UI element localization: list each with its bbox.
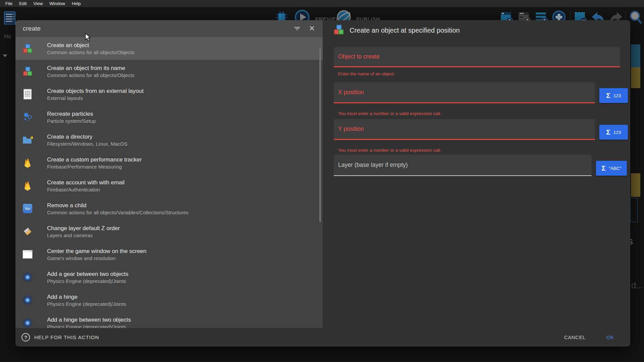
objects-cubes-icon	[333, 24, 344, 36]
variable-badge-icon: Var	[22, 203, 34, 215]
item-title: Create objects from an external layout	[47, 87, 144, 95]
item-subtitle: Physics Engine (deprecated)/Joints	[47, 278, 128, 285]
menu-view[interactable]: View	[30, 0, 46, 7]
item-title: Create a custom performance tracker	[47, 156, 142, 164]
help-icon: ?	[22, 333, 30, 341]
list-item-add-gear[interactable]: Add a gear between two objectsPhysics En…	[15, 266, 323, 289]
list-scrollbar[interactable]	[319, 47, 321, 222]
action-search-panel: ✕ Create an objectCommon actions for all…	[15, 20, 323, 347]
x-position-label: X position	[338, 89, 364, 96]
folder-star-icon: ★	[22, 134, 34, 146]
help-button[interactable]: ? HELP FOR THIS ACTION	[22, 333, 99, 341]
layer-z-order-icon	[22, 225, 34, 238]
sigma-icon: Σ	[606, 128, 610, 136]
y-position-field[interactable]: Y position	[334, 119, 595, 140]
expression-button-label: "ABC"	[609, 166, 621, 171]
dialog-footer: ? HELP FOR THIS ACTION CANCEL OK	[15, 328, 630, 347]
search-toolbar-icon[interactable]	[628, 10, 643, 25]
item-subtitle: Particle system/Setup	[47, 118, 96, 124]
close-icon[interactable]: ✕	[306, 23, 318, 35]
expression-button-label: 123	[613, 93, 621, 98]
search-input[interactable]	[15, 25, 291, 32]
y-expression-button[interactable]: Σ 123	[599, 125, 628, 140]
list-item-create-from-external-layout[interactable]: Create objects from an external layoutEx…	[15, 83, 323, 106]
item-subtitle: Filesystem/Windows, Linux, MacOS	[47, 141, 127, 147]
svg-text:★: ★	[30, 135, 33, 140]
item-title: Create a directory	[47, 133, 127, 141]
list-item-create-object-from-name[interactable]: Create an object from its nameCommon act…	[15, 60, 323, 83]
layer-expression-button[interactable]: Σ "ABC"	[596, 161, 627, 176]
list-item-change-layer-z-order[interactable]: Change layer default Z orderLayers and c…	[15, 220, 323, 243]
list-item-recreate-particles[interactable]: Recreate particlesParticle system/Setup	[15, 106, 323, 129]
list-item-create-account-email[interactable]: Create account with with emailFirebase/A…	[15, 174, 323, 197]
home-tab-fragment: Ho	[4, 34, 11, 40]
physics-joint-icon	[22, 271, 34, 283]
item-title: Remove a child	[47, 202, 189, 209]
object-to-create-label: Object to create	[338, 53, 380, 60]
action-result-list: Create an objectCommon actions for all o…	[15, 37, 323, 328]
help-button-label: HELP FOR THIS ACTION	[34, 334, 99, 340]
object-to-create-field[interactable]: Object to create	[334, 47, 620, 67]
bg-teal-strip	[631, 44, 640, 67]
item-title: Create account with with email	[47, 179, 125, 186]
x-field-error: You must enter a number or a valid expre…	[338, 111, 441, 116]
objects-cubes-icon	[22, 65, 34, 77]
list-item-remove-a-child[interactable]: Var Remove a childCommon actions for all…	[15, 197, 323, 220]
object-field-hint: Enter the name of an object.	[338, 71, 395, 76]
menubar: File Edit View Window Help	[0, 0, 644, 7]
firebase-icon	[22, 180, 34, 192]
cancel-button[interactable]: CANCEL	[564, 334, 586, 340]
search-bar: ✕	[15, 20, 323, 37]
item-subtitle: Common actions for all objects/Variables…	[47, 209, 189, 216]
action-config-panel: Create an object at specified position O…	[323, 20, 630, 347]
bg-olive-strip	[631, 173, 640, 197]
expression-button-label: 123	[613, 130, 621, 135]
list-item-create-an-object[interactable]: Create an objectCommon actions for all o…	[15, 37, 323, 60]
menu-help[interactable]: Help	[69, 0, 84, 7]
item-title: Center the game window on the screen	[47, 247, 147, 255]
item-subtitle: Firebase/Authentication	[47, 186, 125, 193]
item-subtitle: Common actions for all objects/Objects	[47, 49, 134, 56]
ok-button[interactable]: OK	[606, 334, 614, 340]
list-item-create-directory[interactable]: ★ Create a directoryFilesystem/Windows, …	[15, 129, 323, 151]
game-window-icon	[22, 248, 34, 260]
particles-icon	[22, 111, 34, 123]
layer-field[interactable]: Layer (base layer if empty)	[334, 155, 592, 176]
project-manager-icon[interactable]	[2, 10, 17, 25]
objects-cubes-icon	[22, 42, 34, 55]
y-position-label: Y position	[338, 125, 364, 133]
list-item-add-hinge[interactable]: Add a hingePhysics Engine (deprecated)/J…	[15, 289, 323, 312]
mouse-cursor	[85, 33, 92, 43]
item-subtitle: Layers and cameras	[47, 232, 120, 239]
item-title: Create an object from its name	[47, 64, 134, 72]
item-subtitle: Common actions for all objects/Objects	[47, 72, 134, 79]
list-item-center-game-window[interactable]: Center the game window on the screenGame…	[15, 243, 323, 266]
filter-icon[interactable]	[291, 23, 303, 35]
item-subtitle: External layouts	[47, 95, 144, 102]
bg-selection-outline	[630, 198, 638, 222]
app-window: File Edit View Window Help PREVIEW PUBLI…	[0, 0, 644, 362]
dropdown-arrow-icon[interactable]	[3, 55, 7, 57]
item-title: Recreate particles	[47, 110, 96, 118]
item-subtitle: Physics Engine (deprecated)/Joints	[47, 301, 126, 307]
list-item-add-hinge-two-objects[interactable]: Add a hinge between two objectsPhysics E…	[15, 312, 323, 328]
menu-window[interactable]: Window	[46, 0, 68, 7]
layer-field-label: Layer (base layer if empty)	[338, 161, 408, 169]
y-field-error: You must enter a number or a valid expre…	[338, 148, 441, 153]
menu-file[interactable]: File	[2, 0, 16, 7]
bg-olive-strip	[631, 67, 640, 88]
panel-title: Create an object at specified position	[350, 27, 460, 34]
sigma-icon: Σ	[606, 92, 610, 100]
list-item-create-performance-tracker[interactable]: Create a custom performance trackerFireb…	[15, 151, 323, 174]
item-subtitle: Firebase/Performance Measuring	[47, 164, 142, 170]
sigma-icon: Σ	[602, 164, 606, 172]
menu-edit[interactable]: Edit	[16, 0, 30, 7]
action-editor-dialog: ✕ Create an objectCommon actions for all…	[15, 20, 630, 347]
x-expression-button[interactable]: Σ 123	[599, 88, 628, 103]
panel-header: Create an object at specified position	[333, 24, 460, 36]
item-title: Change layer default Z order	[47, 224, 120, 232]
physics-joint-icon	[22, 317, 34, 328]
x-position-field[interactable]: X position	[334, 82, 595, 103]
physics-joint-icon	[22, 294, 34, 306]
item-title: Add a gear between two objects	[47, 270, 128, 278]
